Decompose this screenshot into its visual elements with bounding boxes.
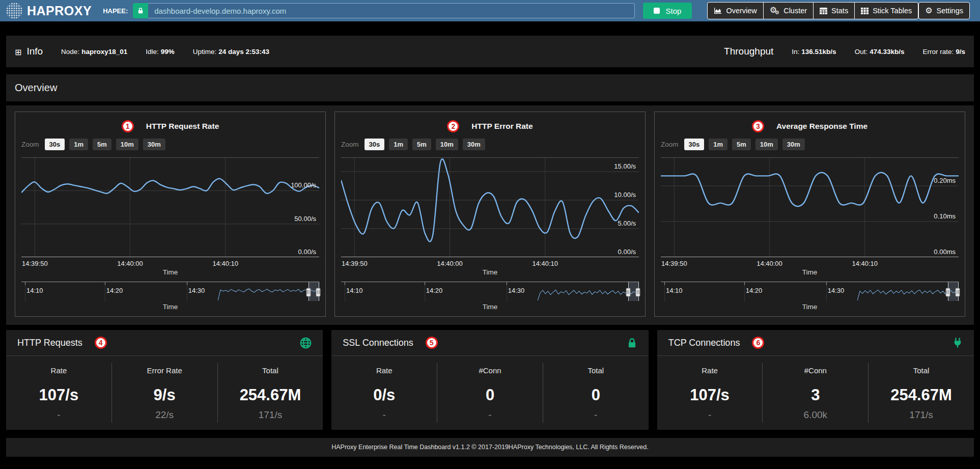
zoom-preset-5m[interactable]: 5m	[732, 139, 751, 150]
navigator-tick-label: 14:10	[666, 287, 683, 294]
metric-column-header: Total	[543, 363, 649, 386]
step-badge: 1	[122, 120, 134, 132]
y-axis-label: 15.00/s	[614, 162, 636, 172]
metric-card-columns: Rate107/s-Error Rate9/s22/sTotal254.67M1…	[6, 356, 323, 427]
navigator-handle-right[interactable]	[956, 288, 960, 296]
navigator-tick-label: 14:30	[508, 287, 525, 294]
metric-column: Rate107/s-	[6, 363, 111, 423]
zoom-label: Zoom	[661, 141, 679, 148]
zoom-preset-5m[interactable]: 5m	[412, 139, 431, 150]
zoom-preset-30s[interactable]: 30s	[45, 139, 65, 150]
metric-card: HTTP Requests 4 Rate107/s-Error Rate9/s2…	[6, 330, 323, 430]
stats-button[interactable]: Stats	[813, 2, 855, 19]
navigator-tick-label: 14:20	[106, 287, 123, 294]
metric-column: Total254.67M171/s	[217, 363, 323, 423]
chart-plot: 15.00/s10.00/s5.00/s0.00/s	[341, 157, 639, 257]
metric-sub-value: -	[331, 409, 437, 423]
chart-panel: 3 Average Response Time Zoom 30s1m5m10m3…	[654, 112, 965, 317]
zoom-preset-30m[interactable]: 30m	[782, 139, 805, 150]
zoom-preset-30s[interactable]: 30s	[684, 139, 705, 150]
stats-button-label: Stats	[831, 7, 848, 15]
zoom-preset-10m[interactable]: 10m	[436, 139, 458, 150]
info-toggle[interactable]: ⊞ Info	[15, 46, 43, 57]
y-axis-label: 10.00/s	[614, 191, 636, 200]
line-chart-svg	[21, 157, 319, 257]
x-axis-label: 14:39:50	[661, 260, 687, 267]
zoom-label: Zoom	[341, 141, 359, 148]
chart-navigator[interactable]: 14:1014:2014:30	[341, 282, 639, 302]
zoom-control: Zoom 30s1m5m10m30m	[661, 139, 959, 157]
line-chart-svg	[661, 157, 959, 257]
stick-tables-button[interactable]: Stick Tables	[854, 2, 918, 19]
navigator-handle-right[interactable]	[636, 288, 640, 296]
info-bar: ⊞ Info Node:haproxy18_01 Idle:99% Uptime…	[6, 36, 974, 67]
metric-card-title: SSL Connections	[343, 338, 413, 348]
metric-column-header: Total	[218, 363, 323, 386]
top-navbar: HAPROXY HAPEE: dashboard-develop.demo.ha…	[0, 0, 980, 21]
metric-column: #Conn0-	[437, 363, 543, 423]
step-badge: 6	[752, 337, 764, 349]
plug-icon	[953, 338, 963, 348]
zoom-preset-10m[interactable]: 10m	[755, 139, 778, 150]
zoom-preset-1m[interactable]: 1m	[709, 139, 727, 150]
ssl-lock-button[interactable]	[133, 3, 148, 18]
metric-value: 254.67M	[869, 386, 974, 409]
url-bar: dashboard-develop.demo.haproxy.com	[133, 3, 634, 18]
navigator-handle-left[interactable]	[945, 288, 950, 296]
y-axis-label: 0.00/s	[298, 248, 316, 257]
zoom-preset-30s[interactable]: 30s	[365, 139, 385, 150]
chart-navigator[interactable]: 14:1014:2014:30	[21, 282, 319, 302]
gear-icon: ⚙	[925, 7, 932, 15]
cluster-button[interactable]: ⚙⚙ Cluster	[763, 2, 814, 19]
line-chart-svg	[341, 157, 639, 257]
area-chart-icon	[714, 7, 722, 14]
metric-column-header: Rate	[331, 363, 437, 386]
x-axis-title: Time	[661, 268, 959, 279]
metric-sub-value: 22/s	[112, 409, 217, 423]
metric-value: 107/s	[6, 386, 111, 409]
charts-row: 1 HTTP Request Rate Zoom 30s1m5m10m30m 1…	[6, 105, 974, 325]
metric-column: Total0-	[543, 363, 649, 423]
y-axis-label: 0.00ms	[934, 248, 956, 257]
zoom-control: Zoom 30s1m5m10m30m	[341, 139, 639, 157]
zoom-preset-1m[interactable]: 1m	[69, 139, 88, 150]
plus-square-icon: ⊞	[15, 47, 21, 57]
settings-button[interactable]: ⚙ Settings	[918, 2, 970, 19]
x-axis-title: Time	[341, 268, 639, 279]
navigator-handle-left[interactable]	[306, 288, 311, 296]
metric-sub-value: -	[543, 409, 649, 423]
overview-button[interactable]: Overview	[707, 2, 763, 19]
metric-sub-value: 171/s	[218, 409, 323, 423]
navigator-sparkline	[538, 282, 639, 302]
metric-column: Rate0/s-	[331, 363, 437, 423]
step-badge: 2	[447, 120, 459, 132]
globe-icon	[300, 337, 312, 349]
lock-icon	[627, 338, 637, 348]
zoom-preset-30m[interactable]: 30m	[463, 139, 485, 150]
chart-navigator[interactable]: 14:1014:2014:30	[661, 282, 959, 302]
hapee-label: HAPEE:	[103, 7, 128, 15]
navigator-handle-right[interactable]	[316, 288, 321, 296]
chart-plot: 100.00/s50.00/s0.00/s	[21, 157, 319, 257]
metric-column-header: Rate	[657, 363, 763, 386]
metric-card-title: TCP Connections	[668, 338, 740, 348]
navigator-tick	[105, 282, 105, 285]
metric-column: Rate107/s-	[657, 363, 763, 423]
x-axis-label: 14:39:50	[342, 260, 368, 267]
zoom-preset-5m[interactable]: 5m	[93, 139, 111, 150]
url-input[interactable]: dashboard-develop.demo.haproxy.com	[148, 3, 634, 18]
navigator-tick	[664, 282, 665, 285]
zoom-preset-1m[interactable]: 1m	[389, 139, 408, 150]
zoom-preset-30m[interactable]: 30m	[143, 139, 165, 150]
x-axis-label: 14:40:10	[212, 260, 238, 267]
zoom-preset-10m[interactable]: 10m	[116, 139, 138, 150]
chart-title-row: 1 HTTP Request Rate	[21, 116, 319, 139]
gears-icon: ⚙⚙	[770, 6, 779, 15]
metric-card-columns: Rate107/s-#Conn36.00kTotal254.67M171/s	[657, 356, 974, 427]
metric-sub-value: 6.00k	[763, 409, 868, 423]
table-icon	[820, 8, 827, 14]
metric-card-header: HTTP Requests 4	[6, 330, 323, 356]
y-axis-label: 50.00/s	[294, 215, 316, 224]
navigator-handle-left[interactable]	[626, 288, 630, 296]
stop-button[interactable]: Stop	[643, 3, 692, 19]
